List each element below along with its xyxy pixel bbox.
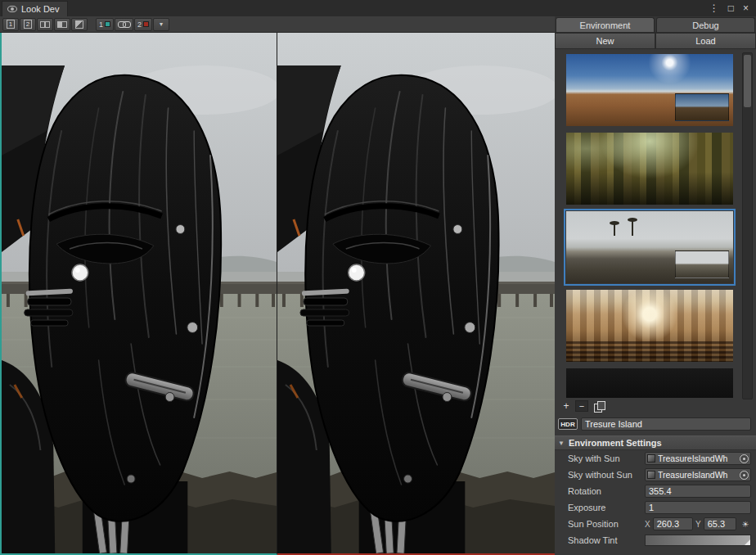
- hdri-thumbnail-forest[interactable]: [566, 133, 733, 205]
- tab-debug[interactable]: Debug: [656, 17, 755, 32]
- hdri-thumbnail-church-interior[interactable]: [566, 290, 733, 362]
- split-screen-icon: [57, 21, 67, 28]
- panel-tabs: Environment Debug: [555, 16, 756, 33]
- view-1-icon: 1: [7, 20, 15, 29]
- sun-position-label: Sun Position: [568, 519, 645, 529]
- exposure-field[interactable]: 1: [645, 501, 751, 514]
- sun-position-y-field[interactable]: 65.3: [704, 517, 736, 530]
- sky-without-sun-object-field[interactable]: TreasureIslandWh: [645, 468, 751, 481]
- lookdev-viewport: [0, 33, 555, 555]
- sky-without-sun-value: TreasureIslandWh: [658, 470, 737, 480]
- cubemap-icon: [647, 454, 655, 463]
- exposure-label: Exposure: [568, 503, 645, 512]
- cubemap-icon: [647, 471, 655, 479]
- sun-position-x-field[interactable]: 260.3: [653, 517, 693, 530]
- sky-without-sun-row: Sky without Sun TreasureIslandWh: [555, 467, 756, 483]
- rotation-row: Rotation 355.4: [555, 483, 756, 499]
- sky-without-sun-label: Sky without Sun: [568, 470, 645, 480]
- view-2-render: [277, 33, 555, 553]
- hdri-thumbnail-dark[interactable]: [566, 368, 733, 398]
- rotation-label: Rotation: [568, 486, 645, 496]
- environment-settings-title: Environment Settings: [569, 438, 662, 448]
- window-title: Look Dev: [21, 4, 59, 14]
- object-picker-icon[interactable]: [740, 454, 749, 463]
- layout-zone-button[interactable]: [71, 18, 88, 31]
- eye-icon: [7, 6, 17, 12]
- env-1-label: 1: [99, 20, 103, 29]
- layout-single-1-button[interactable]: 1: [2, 18, 19, 31]
- zone-icon: [75, 20, 83, 29]
- sky-with-sun-object-field[interactable]: TreasureIslandWh: [645, 452, 751, 465]
- palm-tree-silhouette: [632, 221, 633, 236]
- remove-hdri-button[interactable]: −: [575, 400, 588, 412]
- shadow-tint-row: Shadow Tint: [555, 532, 756, 548]
- layout-single-2-button[interactable]: 2: [20, 18, 36, 31]
- hdri-inset-preview: [675, 250, 729, 278]
- sun-icon[interactable]: ☀: [740, 518, 751, 530]
- foldout-arrow-icon: ▼: [558, 440, 565, 447]
- toolbar-dropdown-button[interactable]: ▾: [153, 18, 169, 31]
- layout-side-by-side-button[interactable]: [37, 18, 53, 31]
- view-2-color-chip: [143, 21, 149, 27]
- lookdev-toolbar: 1 2 1 2 ▾: [0, 16, 555, 33]
- environment-1-button[interactable]: 1: [96, 18, 114, 31]
- hdri-list-toolbar: + −: [555, 398, 756, 414]
- add-hdri-button[interactable]: +: [560, 400, 573, 412]
- view-2-pane[interactable]: [277, 33, 555, 555]
- view-1-color-chip: [105, 21, 110, 27]
- hdr-name-row: HDR Tresure Island: [555, 414, 756, 434]
- link-environments-button[interactable]: [115, 18, 133, 31]
- y-axis-label: Y: [695, 520, 701, 529]
- shadow-tint-color-swatch[interactable]: [645, 535, 751, 546]
- maximize-icon[interactable]: □: [728, 2, 734, 14]
- hdri-list-scrollbar[interactable]: [742, 52, 753, 399]
- chevron-down-icon: ▾: [160, 20, 163, 28]
- x-axis-label: X: [645, 520, 650, 529]
- hdr-name-field[interactable]: Tresure Island: [581, 417, 751, 431]
- hdri-thumbnail-treasure-island[interactable]: [566, 211, 733, 283]
- view-1-pane[interactable]: [0, 33, 277, 555]
- env-2-label: 2: [137, 20, 142, 29]
- layout-split-screen-button[interactable]: [54, 18, 70, 31]
- sky-with-sun-value: TreasureIslandWh: [658, 453, 737, 463]
- scrollbar-thumb[interactable]: [744, 55, 751, 107]
- close-icon[interactable]: ×: [743, 2, 749, 14]
- load-button[interactable]: Load: [655, 33, 756, 49]
- environment-settings-header[interactable]: ▼ Environment Settings: [555, 435, 756, 450]
- shadow-tint-label: Shadow Tint: [568, 535, 645, 545]
- link-icon: [118, 20, 130, 28]
- environment-panel: Environment Debug New Load + − HDR Tresu…: [555, 16, 756, 555]
- hdri-list: [555, 49, 756, 398]
- rotation-field[interactable]: 355.4: [645, 485, 751, 498]
- environment-2-button[interactable]: 2: [134, 18, 152, 31]
- side-by-side-icon: [40, 21, 50, 28]
- exposure-row: Exposure 1: [555, 499, 756, 516]
- hdri-thumbnail-sunny-desert[interactable]: [566, 54, 733, 126]
- hdri-inset-preview: [675, 93, 729, 121]
- view-1-render: [2, 33, 277, 553]
- view-2-icon: 2: [24, 20, 32, 29]
- window-tab[interactable]: Look Dev: [2, 1, 68, 16]
- sky-with-sun-row: Sky with Sun TreasureIslandWh: [555, 450, 756, 467]
- hdr-badge: HDR: [558, 418, 578, 430]
- duplicate-hdri-icon[interactable]: [594, 401, 605, 412]
- object-picker-icon[interactable]: [740, 471, 749, 480]
- tab-environment[interactable]: Environment: [556, 17, 655, 32]
- new-button[interactable]: New: [555, 33, 655, 49]
- sun-position-row: Sun Position X 260.3 Y 65.3 ☀: [555, 516, 756, 532]
- window-controls: ⋮ □ ×: [709, 0, 756, 16]
- library-actions: New Load: [555, 33, 756, 49]
- title-bar: Look Dev ⋮ □ ×: [0, 0, 756, 16]
- menu-icon[interactable]: ⋮: [709, 2, 719, 14]
- palm-tree-silhouette: [614, 224, 615, 236]
- sky-with-sun-label: Sky with Sun: [568, 453, 645, 463]
